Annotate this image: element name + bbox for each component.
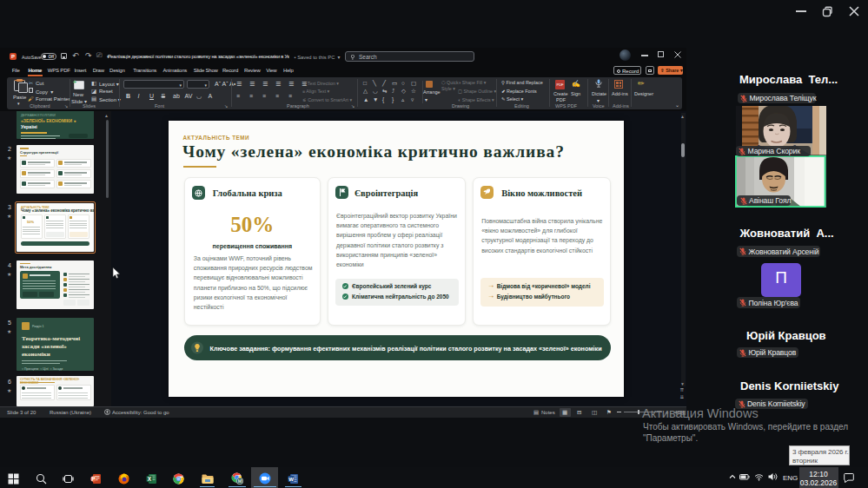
svg-text:P: P — [91, 475, 96, 481]
svg-text:X: X — [148, 476, 152, 482]
svg-text:M: M — [238, 478, 242, 484]
svg-text:W: W — [288, 477, 294, 482]
